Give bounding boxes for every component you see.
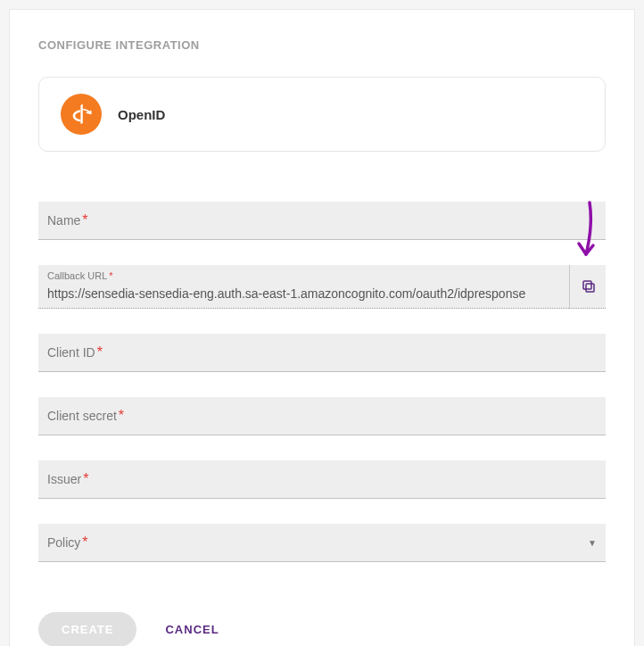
form-actions: CREATE CANCEL — [38, 612, 606, 646]
cancel-button[interactable]: CANCEL — [165, 623, 219, 636]
name-field-group: Name* — [38, 202, 606, 240]
chevron-down-icon: ▼ — [588, 538, 597, 548]
copy-icon — [581, 278, 597, 294]
client-secret-field-group: Client secret* — [38, 397, 606, 435]
callback-label: Callback URL* — [47, 270, 560, 281]
issuer-input[interactable]: Issuer* — [38, 460, 606, 499]
issuer-field-group: Issuer* — [38, 460, 606, 499]
client-secret-label: Client secret — [47, 409, 117, 423]
create-button[interactable]: CREATE — [38, 612, 136, 646]
name-input[interactable]: Name* — [38, 202, 606, 240]
callback-url-input-wrap: Callback URL* — [38, 265, 569, 309]
svg-rect-0 — [586, 284, 594, 292]
client-secret-input[interactable]: Client secret* — [38, 397, 606, 435]
svg-rect-1 — [583, 281, 591, 289]
client-id-label: Client ID — [47, 345, 95, 360]
callback-url-input[interactable] — [47, 285, 560, 302]
policy-select[interactable]: Policy* ▼ — [38, 524, 606, 562]
configure-integration-panel: CONFIGURE INTEGRATION OpenID Name* Callb… — [9, 9, 635, 646]
client-id-input[interactable]: Client ID* — [38, 334, 606, 372]
client-id-field-group: Client ID* — [38, 334, 606, 372]
copy-callback-button[interactable] — [569, 265, 606, 309]
provider-name: OpenID — [118, 107, 165, 122]
provider-card: OpenID — [38, 77, 606, 152]
policy-label: Policy — [47, 535, 80, 550]
section-title: CONFIGURE INTEGRATION — [38, 38, 606, 52]
callback-field-group: Callback URL* — [38, 265, 606, 309]
openid-icon — [61, 94, 102, 135]
issuer-label: Issuer — [47, 472, 81, 486]
name-label: Name — [47, 213, 80, 228]
